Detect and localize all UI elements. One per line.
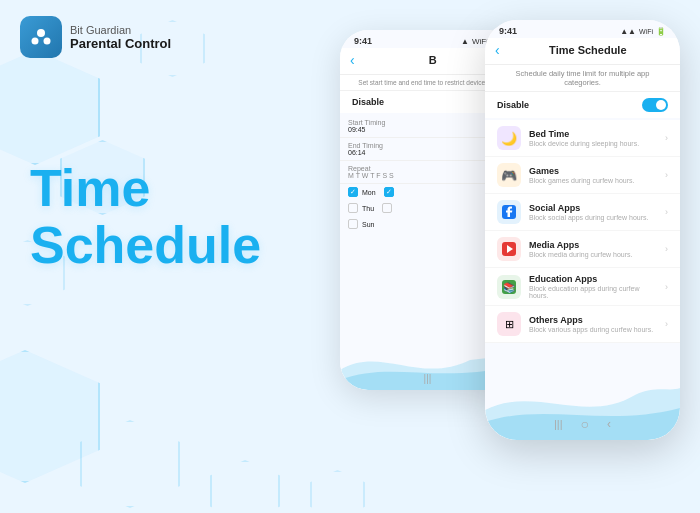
app-item-bedtime[interactable]: 🌙 Bed Time Block device during sleeping … <box>485 120 680 157</box>
app-item-education[interactable]: 📚 Education Apps Block education apps du… <box>485 268 680 306</box>
social-chevron: › <box>665 207 668 217</box>
logo-line2: Parental Control <box>70 36 171 51</box>
app-item-social[interactable]: Social Apps Block social apps during cur… <box>485 194 680 231</box>
education-title: Education Apps <box>529 274 657 284</box>
app-item-media[interactable]: Media Apps Block media during curfew hou… <box>485 231 680 268</box>
social-icon <box>497 200 521 224</box>
nav-home-icon[interactable]: ○ <box>581 416 589 432</box>
bedtime-chevron: › <box>665 133 668 143</box>
front-topbar: ‹ Time Schedule <box>485 38 680 65</box>
start-timing-value: 09:45 <box>348 126 507 133</box>
app-list: 🌙 Bed Time Block device during sleeping … <box>485 120 680 343</box>
sun-checkbox[interactable] <box>348 219 358 229</box>
days-header: M T W T F S S <box>348 172 507 179</box>
front-subtitle: Schedule daily time limit for multiple a… <box>485 65 680 92</box>
svg-point-2 <box>44 38 51 45</box>
app-item-games[interactable]: 🎮 Games Block games during curfew hours.… <box>485 157 680 194</box>
thu-checkbox2[interactable] <box>382 203 392 213</box>
nav-menu-icon[interactable]: ||| <box>554 418 563 430</box>
repeat-label: Repeat <box>348 165 507 172</box>
bedtime-desc: Block device during sleeping hours. <box>529 140 657 147</box>
svg-point-0 <box>37 29 45 37</box>
thu-label: Thu <box>362 205 374 212</box>
games-icon: 🎮 <box>497 163 521 187</box>
front-status-icons: ▲▲ WiFi 🔋 <box>620 27 666 36</box>
sun-label: Sun <box>362 221 374 228</box>
bedtime-title: Bed Time <box>529 129 657 139</box>
back-topbar-title: B <box>361 54 505 66</box>
others-chevron: › <box>665 319 668 329</box>
bedtime-icon: 🌙 <box>497 126 521 150</box>
start-timing-label: Start Timing <box>348 119 507 126</box>
title-line2: Schedule <box>30 217 261 274</box>
logo-icon <box>20 16 62 58</box>
end-timing-label: End Timing <box>348 142 507 149</box>
front-disable-row: Disable <box>485 92 680 118</box>
back-nav: ||| <box>424 373 432 384</box>
front-nav: ||| ○ ‹ <box>554 416 611 432</box>
front-status-bar: 9:41 ▲▲ WiFi 🔋 <box>485 20 680 38</box>
media-desc: Block media during curfew hours. <box>529 251 657 258</box>
media-title: Media Apps <box>529 240 657 250</box>
front-topbar-title: Time Schedule <box>506 44 670 56</box>
games-chevron: › <box>665 170 668 180</box>
media-icon <box>497 237 521 261</box>
logo: Bit Guardian Parental Control <box>20 16 171 58</box>
title-line1: Time <box>30 160 261 217</box>
games-desc: Block games during curfew hours. <box>529 177 657 184</box>
front-disable-label: Disable <box>497 100 529 110</box>
others-icon: ⊞ <box>497 312 521 336</box>
front-back-arrow[interactable]: ‹ <box>495 42 500 58</box>
social-desc: Block social apps during curfew hours. <box>529 214 657 221</box>
svg-text:📚: 📚 <box>503 281 516 294</box>
back-status-time: 9:41 <box>354 36 372 46</box>
app-item-others[interactable]: ⊞ Others Apps Block various apps during … <box>485 306 680 343</box>
education-icon: 📚 <box>497 275 521 299</box>
others-title: Others Apps <box>529 315 657 325</box>
mon-checkbox2[interactable]: ✓ <box>384 187 394 197</box>
hex-deco-6 <box>210 460 280 513</box>
logo-text: Bit Guardian Parental Control <box>70 24 171 51</box>
nav-back-icon[interactable]: ‹ <box>607 417 611 431</box>
svg-point-1 <box>32 38 39 45</box>
education-desc: Block education apps during curfew hours… <box>529 285 657 299</box>
back-arrow-icon[interactable]: ‹ <box>350 52 355 68</box>
mon-checkbox[interactable]: ✓ <box>348 187 358 197</box>
media-chevron: › <box>665 244 668 254</box>
back-disable-label: Disable <box>352 97 384 107</box>
social-title: Social Apps <box>529 203 657 213</box>
front-phone-screen: 9:41 ▲▲ WiFi 🔋 ‹ Time Schedule Schedule … <box>485 20 680 440</box>
front-phone: 9:41 ▲▲ WiFi 🔋 ‹ Time Schedule Schedule … <box>485 20 680 440</box>
logo-line1: Bit Guardian <box>70 24 171 36</box>
education-chevron: › <box>665 282 668 292</box>
games-title: Games <box>529 166 657 176</box>
mon-label: Mon <box>362 189 376 196</box>
main-title: Time Schedule <box>30 160 261 274</box>
front-status-time: 9:41 <box>499 26 517 36</box>
others-desc: Block various apps during curfew hours. <box>529 326 657 333</box>
end-timing-value: 06:14 <box>348 149 507 156</box>
phones-area: 9:41 ▲ WiFi 🔋 ‹ B Set start time and end… <box>340 20 680 500</box>
disable-toggle[interactable] <box>642 98 668 112</box>
thu-checkbox[interactable] <box>348 203 358 213</box>
